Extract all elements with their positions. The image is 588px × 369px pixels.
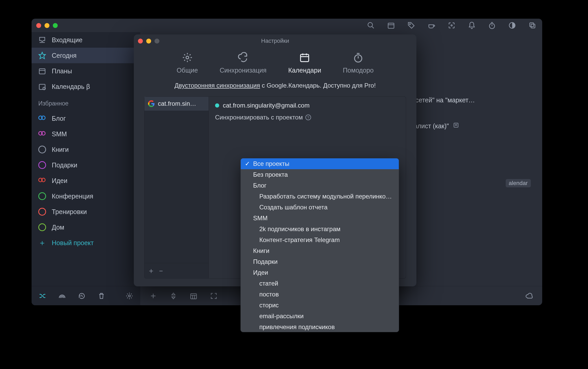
pro-banner: Двусторонняя синхронизация с Google.Кале… [134,82,416,96]
svg-rect-14 [39,69,45,74]
sync-with-project-row: Синхронизировать с проектом ? [215,114,400,121]
coffee-icon[interactable] [426,20,437,31]
sidebar-project-3[interactable]: Подарки [32,157,140,173]
visible-task-fragments: с "Соцсетей" на "маркет… специалист (как… [396,93,531,190]
add-account-icon[interactable]: ＋ [148,266,155,276]
calendar-badge: alendar [506,179,531,187]
account-short-label: cat.from.sin… [158,100,196,107]
svg-rect-27 [191,294,197,299]
dropdown-item-1[interactable]: Без проекта [241,169,399,180]
account-email: cat.from.singularity@gmail.com [223,102,310,109]
theme-icon[interactable] [507,20,517,31]
pro-banner-link[interactable]: Двусторонняя синхронизация [174,82,260,89]
svg-rect-16 [39,84,45,89]
sidebar-nav-label: Планы [52,67,72,75]
sort-icon[interactable] [168,291,179,301]
tab-pomodoro-label: Помодоро [343,67,374,74]
minimize-window-icon[interactable] [45,23,49,28]
tab-calendars[interactable]: Календари [288,52,321,74]
sidebar-nav-1[interactable]: Сегодня [32,48,140,63]
dropdown-item-5[interactable]: SMM [241,213,399,224]
gear-icon[interactable] [124,291,135,301]
add-task-icon[interactable] [148,291,158,301]
cloud-sync-icon[interactable] [524,291,534,301]
help-icon[interactable]: ? [305,115,311,120]
project-label: Дом [52,224,64,231]
toolbar [366,20,538,31]
dropdown-item-3[interactable]: Разработать систему модульной перелинков… [241,191,399,202]
remove-account-icon[interactable]: － [157,266,165,276]
sidebar-bottom-bar [32,286,140,305]
dropdown-item-12[interactable]: постов [241,289,399,300]
svg-line-1 [372,26,374,29]
sidebar-scroll: ВходящиеСегодняПланыКалендарь β Избранно… [32,32,140,286]
project-dropdown[interactable]: Все проектыБез проектаБлогРазработать си… [240,158,399,332]
new-project-label: Новый проект [52,239,94,247]
sidebar-nav-3[interactable]: Календарь β [32,79,140,94]
dropdown-item-4[interactable]: Создать шаблон отчета [241,202,399,213]
copy-icon[interactable] [527,20,538,31]
dropdown-item-0[interactable]: Все проекты [241,158,399,169]
dropdown-item-8[interactable]: Книги [241,245,399,256]
svg-rect-32 [301,54,309,62]
maximize-window-icon[interactable] [53,23,58,28]
task-row[interactable]: с "Соцсетей" на "маркет… [396,93,531,107]
project-icon [38,161,46,169]
grid-calendar-icon[interactable] [188,291,199,301]
history-icon[interactable] [77,291,87,301]
svg-point-0 [368,23,373,27]
account-item[interactable]: cat.from.sin… [144,97,209,111]
dropdown-item-9[interactable]: Подарки [241,256,399,267]
trash-icon[interactable] [96,291,107,301]
sidebar-nav-label: Входящие [52,36,83,44]
timer-icon[interactable] [487,20,497,31]
sidebar-project-4[interactable]: Идеи [32,173,140,188]
svg-marker-13 [39,52,46,59]
project-icon [38,192,46,200]
task-row[interactable]: alendar [396,176,531,190]
new-project-button[interactable]: ＋ Новый проект [32,235,140,251]
focus-icon[interactable] [446,20,457,31]
tag-icon[interactable] [406,20,416,31]
dropdown-item-2[interactable]: Блог [241,180,399,191]
sidebar-project-1[interactable]: SMM [32,126,140,142]
dropdown-item-14[interactable]: email-рассылки [241,311,399,322]
inbox-icon [38,36,46,44]
project-icon [38,223,46,231]
rainbow-icon[interactable] [57,291,67,301]
expand-icon[interactable] [209,291,219,301]
dropdown-item-10[interactable]: Идеи [241,267,399,278]
pro-banner-text: с Google.Календарь. Доступно для Pro! [260,82,376,89]
project-label: Книги [52,146,69,153]
titlebar [32,19,542,32]
sidebar-nav-0[interactable]: Входящие [32,32,140,48]
close-window-icon[interactable] [36,23,41,28]
chevron-down-icon[interactable]: ⌄ [241,324,399,330]
sidebar-project-5[interactable]: Конференция [32,188,140,204]
tab-pomodoro[interactable]: Помодоро [343,52,374,74]
task-row[interactable]: специалист (как)" [396,119,531,133]
settings-titlebar: Настройки [134,34,416,47]
svg-rect-2 [388,23,394,28]
search-icon[interactable] [366,20,376,31]
sidebar-project-2[interactable]: Книги [32,142,140,157]
tab-general[interactable]: Общие [177,52,198,74]
shuffle-icon[interactable] [37,291,48,301]
tab-sync[interactable]: Синхронизация [220,52,267,74]
dropdown-item-11[interactable]: статей [241,278,399,289]
sidebar-project-0[interactable]: Блог [32,111,140,126]
sidebar-project-6[interactable]: Тренировки [32,204,140,219]
sidebar-nav-label: Сегодня [52,52,77,59]
sidebar: ВходящиеСегодняПланыКалендарь β Избранно… [32,32,140,305]
project-label: Подарки [52,161,77,169]
google-icon [148,100,155,107]
svg-rect-11 [530,23,534,27]
calendar-icon[interactable] [386,20,396,31]
bell-icon[interactable] [467,20,477,31]
dropdown-item-13[interactable]: сторис [241,300,399,311]
dropdown-item-7[interactable]: Контент-стратегия Telegram [241,235,399,245]
window-controls [36,23,58,28]
sidebar-nav-2[interactable]: Планы [32,63,140,79]
sidebar-project-7[interactable]: Дом [32,219,140,235]
dropdown-item-6[interactable]: 2k подписчиков в инстаграм [241,224,399,235]
